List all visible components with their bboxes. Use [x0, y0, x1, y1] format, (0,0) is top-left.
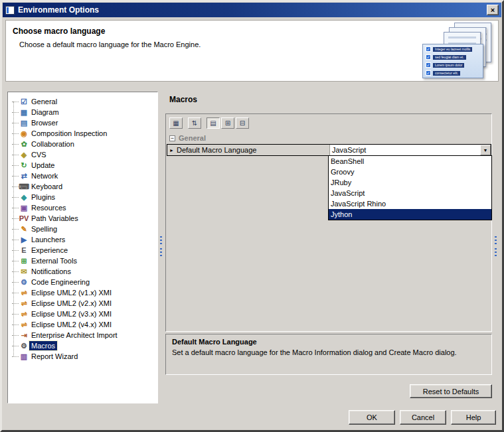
dropdown-option[interactable]: JavaScript Rhino: [329, 198, 491, 209]
tree-item-label: Composition Inspection: [29, 129, 109, 138]
dialog-icon: [5, 6, 15, 15]
tree-item[interactable]: ✿ Collaboration: [8, 139, 157, 149]
collapse-all-icon[interactable]: ⊟: [236, 117, 249, 129]
tree-item[interactable]: ↻ Update: [8, 160, 157, 171]
update-icon: ↻: [19, 160, 29, 171]
plugins-icon: ◆: [19, 192, 29, 202]
group-label: General: [179, 134, 206, 142]
dropdown-option[interactable]: BeanShell: [329, 156, 491, 167]
enterprise-architect-import-icon: ⇥: [19, 330, 29, 340]
tree-item-label: Spelling: [29, 224, 59, 234]
alphabetical-view-icon[interactable]: ⇅: [188, 117, 201, 129]
show-description-icon[interactable]: ▤: [207, 117, 220, 129]
tree-item[interactable]: PV Path Variables: [8, 213, 157, 224]
tree-item[interactable]: ⚙ Macros: [8, 340, 157, 351]
checklist-text: sed feugiat diam et.: [433, 55, 466, 60]
report-wizard-icon: ▥: [19, 351, 29, 362]
tree-item[interactable]: E Experience: [8, 245, 157, 255]
header-panel: Choose macro language Choose a default m…: [5, 20, 499, 82]
tree-item[interactable]: ⇥ Enterprise Architect Import: [8, 330, 157, 340]
macro-language-combobox[interactable]: JavaScript ▼: [330, 145, 491, 155]
spelling-icon: ✎: [19, 224, 29, 234]
collaboration-icon: ✿: [19, 139, 29, 149]
tree-item[interactable]: ▦ Diagram: [8, 107, 157, 117]
options-tree: ☑ General ▦ Diagram ▤ Browser ◉: [7, 92, 158, 403]
splitter-grip: [495, 248, 497, 257]
description-title: Default Macro Language: [172, 338, 485, 346]
tree-item[interactable]: ✎ Spelling: [8, 224, 157, 234]
group-header-general: − General: [167, 133, 491, 143]
cancel-button[interactable]: Cancel: [400, 410, 446, 425]
tree-item[interactable]: ☑ General: [8, 96, 157, 107]
tree-item[interactable]: ▣ Resources: [8, 202, 157, 213]
dropdown-option[interactable]: JavaScript: [329, 188, 491, 198]
description-panel: Default Macro Language Set a default mac…: [165, 334, 492, 375]
composition-inspection-icon: ◉: [19, 128, 29, 139]
expand-all-icon[interactable]: ⊞: [221, 117, 234, 129]
dropdown-option[interactable]: Jython: [329, 209, 491, 220]
tree-item-label: Keyboard: [29, 182, 64, 191]
diagram-icon: ▦: [19, 107, 29, 117]
tree-item[interactable]: ⇄ Network: [8, 171, 157, 181]
general-icon: ☑: [19, 96, 29, 107]
dropdown-option[interactable]: Groovy: [329, 167, 491, 177]
dropdown-option[interactable]: JRuby: [329, 177, 491, 188]
ok-button[interactable]: OK: [349, 410, 395, 425]
external-tools-icon: ⊞: [19, 255, 29, 266]
resources-icon: ▣: [19, 202, 29, 213]
tree-item[interactable]: ◆ Plugins: [8, 192, 157, 202]
tree-item[interactable]: ▤ Browser: [8, 117, 157, 128]
description-text: Set a default macro language for the Mac…: [172, 348, 485, 356]
close-icon[interactable]: ×: [487, 5, 499, 15]
tree-item[interactable]: ◈ CVS: [8, 149, 157, 160]
content-panel: Macros ▦ ⇅ ▤ ⊞ ⊟ − General: [164, 92, 500, 403]
content-splitter[interactable]: [493, 92, 499, 403]
tree-item[interactable]: ⇌ Eclipse UML2 (v4.x) XMI: [8, 319, 157, 330]
tree-item[interactable]: ⚙ Code Engineering: [8, 277, 157, 287]
page-title: Macros: [169, 95, 197, 104]
tree-item[interactable]: ⇌ Eclipse UML2 (v3.x) XMI: [8, 309, 157, 319]
tree-item-label: Network: [29, 171, 60, 180]
tree-item[interactable]: ⇌ Eclipse UML2 (v2.x) XMI: [8, 298, 157, 309]
combobox-value: JavaScript: [332, 146, 366, 154]
tree-item[interactable]: ⌨ Keyboard: [8, 181, 157, 192]
notifications-icon: ✉: [19, 266, 29, 277]
checklist-row: ✓ consectetur elit.: [426, 70, 480, 76]
reset-to-defaults-button[interactable]: Reset to Defaults: [410, 384, 492, 398]
check-icon: ✓: [426, 62, 431, 68]
tree-item-label: Launchers: [29, 235, 67, 244]
tree-item[interactable]: ▥ Report Wizard: [8, 351, 157, 362]
tree-item-label: Browser: [29, 118, 60, 127]
tree-item[interactable]: ▶ Launchers: [8, 234, 157, 245]
macros-icon: ⚙: [19, 340, 29, 351]
eclipse-uml2-v3-icon: ⇌: [19, 309, 29, 319]
property-row: ► Default Macro Language JavaScript ▼: [167, 144, 491, 156]
tree-item-label: Enterprise Architect Import: [29, 330, 120, 340]
titlebar[interactable]: Environment Options ×: [3, 3, 501, 17]
tree-item-label: Resources: [29, 203, 68, 212]
tree-item-label: Report Wizard: [29, 352, 80, 361]
tree-item[interactable]: ⇌ Eclipse UML2 (v1.x) XMI: [8, 287, 157, 298]
tree-item-label: Collaboration: [29, 139, 76, 149]
checklist-text: consectetur elit.: [433, 71, 460, 76]
help-button[interactable]: Help: [451, 410, 496, 425]
tree-item[interactable]: ⊞ External Tools: [8, 255, 157, 266]
tree-item[interactable]: ◉ Composition Inspection: [8, 128, 157, 139]
dialog-buttons: OK Cancel Help: [349, 410, 496, 425]
checklist-text: Integer eu laoreet mollis: [433, 47, 472, 52]
header-graphic: ✓ Integer eu laoreet mollis ✓ sed feugia…: [422, 23, 493, 80]
categorized-view-icon[interactable]: ▦: [169, 117, 183, 129]
check-icon: ✓: [426, 70, 431, 76]
property-name-cell[interactable]: ► Default Macro Language: [167, 145, 330, 155]
tree-item-label: Eclipse UML2 (v4.x) XMI: [29, 320, 114, 329]
tree-item[interactable]: ✉ Notifications: [8, 266, 157, 277]
property-toolbar: ▦ ⇅ ▤ ⊞ ⊟: [169, 117, 249, 129]
tree-item-label: Experience: [29, 246, 70, 255]
chevron-down-icon[interactable]: ▼: [480, 145, 491, 155]
splitter-grip: [160, 248, 162, 257]
tree-splitter[interactable]: [159, 92, 164, 403]
tree-item-label: Notifications: [29, 267, 73, 276]
browser-icon: ▤: [19, 117, 29, 128]
collapse-group-icon[interactable]: −: [169, 135, 175, 141]
tree-item-label: Plugins: [29, 192, 57, 202]
